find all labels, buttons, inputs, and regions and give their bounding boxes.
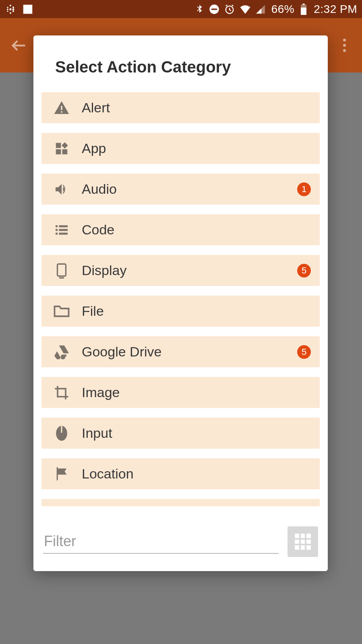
fitbit-icon	[5, 4, 16, 15]
dialog-footer	[33, 515, 328, 571]
category-code[interactable]: Code	[41, 214, 320, 245]
overflow-menu-button[interactable]	[336, 37, 352, 54]
location-icon	[41, 466, 82, 482]
image-icon	[41, 385, 82, 401]
svg-rect-19	[59, 225, 68, 227]
category-badge: 1	[297, 182, 311, 196]
svg-point-6	[12, 10, 14, 12]
svg-rect-15	[56, 143, 61, 148]
category-display[interactable]: Display 5	[41, 255, 320, 286]
category-alert[interactable]: Alert	[41, 92, 320, 123]
input-icon	[41, 425, 82, 441]
status-bar: 66% 2:32 PM	[0, 0, 362, 18]
category-label: Image	[82, 385, 320, 400]
category-list: Alert App Audio 1 Code Display	[33, 92, 328, 515]
code-icon	[41, 222, 82, 238]
svg-point-7	[12, 8, 14, 10]
display-icon	[41, 262, 82, 279]
action-category-dialog: Select Action Category Alert App Audio 1	[33, 35, 328, 571]
svg-point-4	[7, 10, 8, 12]
category-label: Location	[82, 466, 320, 482]
svg-rect-12	[302, 4, 305, 5]
category-file[interactable]: File	[41, 296, 320, 327]
image-notification-icon	[22, 3, 34, 15]
category-label: Code	[82, 222, 320, 238]
alarm-icon	[224, 4, 235, 15]
category-label: Google Drive	[82, 344, 297, 360]
svg-rect-23	[59, 232, 68, 234]
category-google-drive[interactable]: Google Drive 5	[41, 336, 320, 367]
wifi-icon	[239, 3, 251, 15]
dnd-icon	[209, 4, 220, 15]
google-drive-icon	[41, 345, 82, 359]
category-input[interactable]: Input	[41, 418, 320, 449]
svg-point-8	[7, 8, 8, 10]
bluetooth-icon	[194, 4, 205, 14]
svg-rect-21	[59, 229, 68, 231]
category-item-partial[interactable]	[41, 499, 320, 506]
svg-rect-10	[211, 8, 217, 10]
category-badge: 5	[297, 345, 311, 359]
svg-point-3	[7, 6, 8, 8]
category-label: Audio	[82, 181, 297, 197]
grid-view-button[interactable]	[288, 526, 318, 557]
svg-rect-24	[58, 264, 66, 276]
grid-icon	[295, 534, 311, 550]
filter-input[interactable]	[43, 530, 279, 554]
battery-icon	[300, 4, 307, 15]
svg-rect-18	[56, 225, 58, 227]
category-audio[interactable]: Audio 1	[41, 174, 320, 205]
cell-signal-icon	[255, 4, 266, 14]
category-label: Alert	[82, 100, 320, 116]
category-badge: 5	[297, 264, 311, 277]
battery-percent: 66%	[271, 3, 295, 16]
svg-point-1	[9, 8, 11, 10]
svg-point-0	[10, 4, 11, 6]
category-label: Input	[82, 425, 320, 441]
svg-rect-16	[56, 149, 61, 154]
file-icon	[41, 304, 82, 319]
category-app[interactable]: App	[41, 133, 320, 164]
alert-icon	[41, 100, 82, 116]
clock-time: 2:32 PM	[314, 3, 357, 16]
audio-icon	[41, 181, 82, 197]
svg-rect-20	[56, 229, 58, 231]
back-arrow-icon[interactable]	[10, 36, 28, 55]
category-location[interactable]: Location	[41, 458, 320, 489]
svg-rect-22	[56, 232, 58, 234]
dialog-title: Select Action Category	[33, 35, 328, 92]
svg-rect-17	[62, 149, 68, 154]
app-icon	[41, 141, 82, 156]
svg-point-5	[12, 6, 14, 8]
svg-point-2	[10, 12, 11, 14]
category-image[interactable]: Image	[41, 377, 320, 408]
category-label: App	[82, 141, 320, 156]
category-label: Display	[82, 263, 297, 278]
category-label: File	[82, 303, 320, 319]
svg-rect-26	[58, 389, 66, 397]
svg-rect-14	[301, 7, 306, 14]
